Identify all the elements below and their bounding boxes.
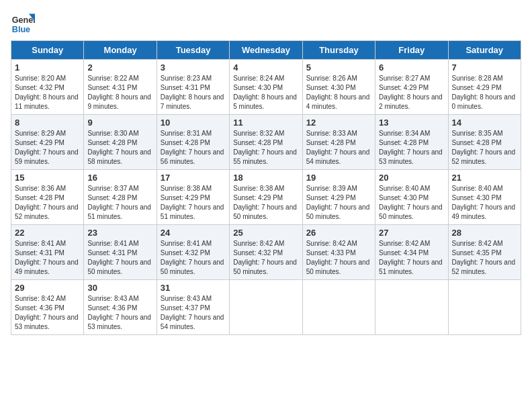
empty-cell: [375, 280, 448, 335]
weekday-header: Sunday: [11, 41, 84, 60]
day-info: Sunrise: 8:36 AMSunset: 4:28 PMDaylight:…: [15, 184, 80, 222]
calendar-week-row: 29Sunrise: 8:42 AMSunset: 4:36 PMDayligh…: [11, 280, 521, 335]
day-info: Sunrise: 8:34 AMSunset: 4:28 PMDaylight:…: [379, 129, 444, 167]
calendar-day-cell: 27Sunrise: 8:42 AMSunset: 4:34 PMDayligh…: [375, 225, 448, 280]
day-info: Sunrise: 8:40 AMSunset: 4:30 PMDaylight:…: [379, 184, 444, 222]
calendar-day-cell: 2Sunrise: 8:22 AMSunset: 4:31 PMDaylight…: [84, 60, 157, 115]
calendar-day-cell: 20Sunrise: 8:40 AMSunset: 4:30 PMDayligh…: [375, 170, 448, 225]
day-info: Sunrise: 8:28 AMSunset: 4:29 PMDaylight:…: [452, 74, 517, 111]
day-info: Sunrise: 8:38 AMSunset: 4:29 PMDaylight:…: [161, 184, 226, 222]
calendar-day-cell: 9Sunrise: 8:30 AMSunset: 4:28 PMDaylight…: [84, 115, 157, 170]
weekday-header: Wednesday: [230, 41, 302, 60]
day-info: Sunrise: 8:42 AMSunset: 4:33 PMDaylight:…: [306, 239, 371, 277]
calendar-week-row: 15Sunrise: 8:36 AMSunset: 4:28 PMDayligh…: [11, 170, 521, 225]
day-info: Sunrise: 8:30 AMSunset: 4:28 PMDaylight:…: [87, 129, 152, 167]
calendar-day-cell: 13Sunrise: 8:34 AMSunset: 4:28 PMDayligh…: [375, 115, 448, 170]
calendar-day-cell: 12Sunrise: 8:33 AMSunset: 4:28 PMDayligh…: [302, 115, 375, 170]
day-info: Sunrise: 8:29 AMSunset: 4:29 PMDaylight:…: [15, 129, 80, 167]
day-info: Sunrise: 8:35 AMSunset: 4:28 PMDaylight:…: [452, 129, 517, 167]
weekday-header: Monday: [84, 41, 157, 60]
day-info: Sunrise: 8:23 AMSunset: 4:31 PMDaylight:…: [161, 74, 226, 111]
calendar-day-cell: 24Sunrise: 8:41 AMSunset: 4:32 PMDayligh…: [157, 225, 229, 280]
calendar-day-cell: 31Sunrise: 8:43 AMSunset: 4:37 PMDayligh…: [157, 280, 229, 335]
calendar-week-row: 8Sunrise: 8:29 AMSunset: 4:29 PMDaylight…: [11, 115, 521, 170]
day-number: 13: [379, 118, 444, 128]
weekday-header: Tuesday: [157, 41, 229, 60]
day-number: 16: [87, 173, 152, 183]
calendar-day-cell: 10Sunrise: 8:31 AMSunset: 4:28 PMDayligh…: [157, 115, 229, 170]
calendar-day-cell: 4Sunrise: 8:24 AMSunset: 4:30 PMDaylight…: [230, 60, 302, 115]
weekday-header: Thursday: [302, 41, 375, 60]
logo-icon: GeneralBlue: [11, 11, 35, 35]
calendar-day-cell: 5Sunrise: 8:26 AMSunset: 4:30 PMDaylight…: [302, 60, 375, 115]
day-info: Sunrise: 8:37 AMSunset: 4:28 PMDaylight:…: [87, 184, 152, 222]
day-info: Sunrise: 8:41 AMSunset: 4:31 PMDaylight:…: [87, 239, 152, 277]
day-number: 11: [233, 118, 298, 128]
day-number: 18: [233, 173, 298, 183]
calendar-day-cell: 18Sunrise: 8:38 AMSunset: 4:29 PMDayligh…: [230, 170, 302, 225]
day-number: 28: [452, 228, 517, 238]
day-number: 12: [306, 118, 371, 128]
day-number: 2: [87, 62, 152, 73]
day-info: Sunrise: 8:42 AMSunset: 4:34 PMDaylight:…: [379, 239, 444, 277]
day-number: 6: [379, 62, 444, 73]
day-number: 22: [15, 228, 80, 238]
day-info: Sunrise: 8:42 AMSunset: 4:36 PMDaylight:…: [15, 294, 80, 332]
empty-cell: [302, 280, 375, 335]
calendar-day-cell: 7Sunrise: 8:28 AMSunset: 4:29 PMDaylight…: [448, 60, 521, 115]
day-number: 10: [161, 118, 226, 128]
day-number: 14: [452, 118, 517, 128]
day-number: 5: [306, 62, 371, 73]
day-number: 23: [87, 228, 152, 238]
day-number: 19: [306, 173, 371, 183]
calendar-day-cell: 1Sunrise: 8:20 AMSunset: 4:32 PMDaylight…: [11, 60, 84, 115]
day-number: 27: [379, 228, 444, 238]
day-info: Sunrise: 8:33 AMSunset: 4:28 PMDaylight:…: [306, 129, 371, 167]
calendar-header-row: SundayMondayTuesdayWednesdayThursdayFrid…: [11, 41, 521, 60]
calendar-day-cell: 22Sunrise: 8:41 AMSunset: 4:31 PMDayligh…: [11, 225, 84, 280]
day-info: Sunrise: 8:22 AMSunset: 4:31 PMDaylight:…: [87, 74, 152, 111]
calendar-day-cell: 23Sunrise: 8:41 AMSunset: 4:31 PMDayligh…: [84, 225, 157, 280]
day-number: 4: [233, 62, 298, 73]
day-number: 20: [379, 173, 444, 183]
day-info: Sunrise: 8:43 AMSunset: 4:36 PMDaylight:…: [87, 294, 152, 332]
day-info: Sunrise: 8:26 AMSunset: 4:30 PMDaylight:…: [306, 74, 371, 111]
calendar-day-cell: 28Sunrise: 8:42 AMSunset: 4:35 PMDayligh…: [448, 225, 521, 280]
calendar-day-cell: 25Sunrise: 8:42 AMSunset: 4:32 PMDayligh…: [230, 225, 302, 280]
calendar-day-cell: 15Sunrise: 8:36 AMSunset: 4:28 PMDayligh…: [11, 170, 84, 225]
day-info: Sunrise: 8:24 AMSunset: 4:30 PMDaylight:…: [233, 74, 298, 111]
day-info: Sunrise: 8:42 AMSunset: 4:32 PMDaylight:…: [233, 239, 298, 277]
calendar-day-cell: 29Sunrise: 8:42 AMSunset: 4:36 PMDayligh…: [11, 280, 84, 335]
day-number: 30: [87, 283, 152, 293]
calendar-table: SundayMondayTuesdayWednesdayThursdayFrid…: [11, 40, 521, 335]
empty-cell: [448, 280, 521, 335]
calendar-day-cell: 19Sunrise: 8:39 AMSunset: 4:29 PMDayligh…: [302, 170, 375, 225]
day-info: Sunrise: 8:43 AMSunset: 4:37 PMDaylight:…: [161, 294, 226, 332]
day-info: Sunrise: 8:41 AMSunset: 4:31 PMDaylight:…: [15, 239, 80, 277]
day-number: 21: [452, 173, 517, 183]
calendar-day-cell: 3Sunrise: 8:23 AMSunset: 4:31 PMDaylight…: [157, 60, 229, 115]
weekday-header: Friday: [375, 41, 448, 60]
calendar-day-cell: 30Sunrise: 8:43 AMSunset: 4:36 PMDayligh…: [84, 280, 157, 335]
day-number: 31: [161, 283, 226, 293]
day-number: 1: [15, 62, 80, 73]
calendar-day-cell: 6Sunrise: 8:27 AMSunset: 4:29 PMDaylight…: [375, 60, 448, 115]
day-number: 15: [15, 173, 80, 183]
day-info: Sunrise: 8:38 AMSunset: 4:29 PMDaylight:…: [233, 184, 298, 222]
day-info: Sunrise: 8:27 AMSunset: 4:29 PMDaylight:…: [379, 74, 444, 111]
calendar-week-row: 22Sunrise: 8:41 AMSunset: 4:31 PMDayligh…: [11, 225, 521, 280]
day-info: Sunrise: 8:42 AMSunset: 4:35 PMDaylight:…: [452, 239, 517, 277]
logo: GeneralBlue: [11, 11, 35, 35]
day-info: Sunrise: 8:41 AMSunset: 4:32 PMDaylight:…: [161, 239, 226, 277]
day-info: Sunrise: 8:40 AMSunset: 4:30 PMDaylight:…: [452, 184, 517, 222]
header: GeneralBlue: [11, 11, 521, 35]
calendar-day-cell: 17Sunrise: 8:38 AMSunset: 4:29 PMDayligh…: [157, 170, 229, 225]
calendar-week-row: 1Sunrise: 8:20 AMSunset: 4:32 PMDaylight…: [11, 60, 521, 115]
weekday-header: Saturday: [448, 41, 521, 60]
day-info: Sunrise: 8:20 AMSunset: 4:32 PMDaylight:…: [15, 74, 80, 111]
day-number: 29: [15, 283, 80, 293]
day-info: Sunrise: 8:39 AMSunset: 4:29 PMDaylight:…: [306, 184, 371, 222]
day-number: 24: [161, 228, 226, 238]
day-number: 25: [233, 228, 298, 238]
calendar-day-cell: 14Sunrise: 8:35 AMSunset: 4:28 PMDayligh…: [448, 115, 521, 170]
